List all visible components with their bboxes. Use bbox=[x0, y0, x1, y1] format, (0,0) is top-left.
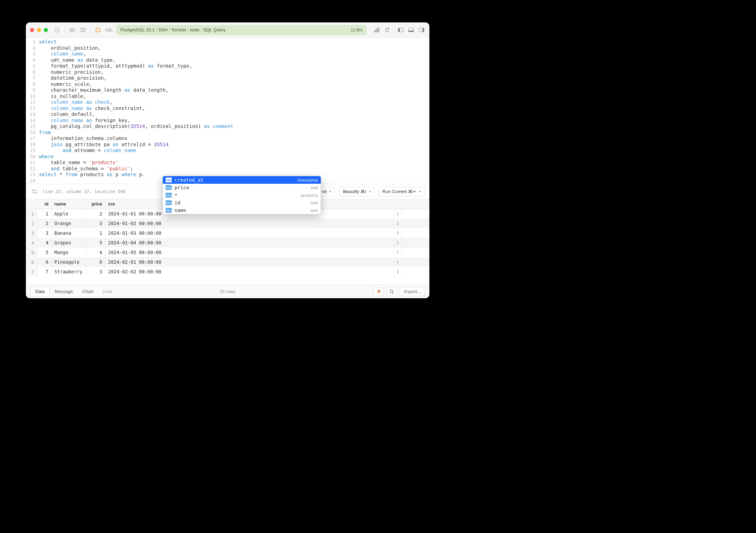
autocomplete-type: int4 bbox=[311, 185, 318, 190]
export-button[interactable]: Export... bbox=[400, 287, 425, 296]
svg-point-2 bbox=[71, 29, 73, 31]
svg-point-20 bbox=[33, 190, 34, 191]
chart-icon[interactable] bbox=[373, 26, 381, 34]
cell-id[interactable]: 2 bbox=[37, 219, 51, 228]
language-tag: SQL bbox=[105, 28, 113, 32]
beautify-button[interactable]: Beautify ⌘I ▾ bbox=[339, 187, 374, 197]
table-row[interactable]: 77Strawberry32024-02-02 00:00:00▲▼ bbox=[26, 267, 429, 276]
eye-icon[interactable] bbox=[68, 26, 76, 34]
status-circle-icon[interactable] bbox=[94, 26, 102, 34]
cell-name[interactable]: Pineapple bbox=[51, 257, 86, 267]
cell-name[interactable]: Grapes bbox=[51, 238, 86, 248]
svg-line-23 bbox=[392, 292, 394, 294]
cell-name[interactable]: Orange bbox=[51, 219, 86, 228]
table-row[interactable]: 66Pineapple62024-02-01 00:00:00▲▼ bbox=[26, 257, 429, 267]
svg-rect-13 bbox=[398, 28, 400, 32]
cell-name[interactable]: Strawberry bbox=[51, 267, 86, 276]
chevron-down-icon: ▾ bbox=[419, 190, 421, 193]
connection-chip[interactable]: PostgreSQL 15.1 : SSH : Toronto : tools … bbox=[117, 25, 366, 35]
settings-icon[interactable] bbox=[31, 188, 38, 195]
column-badge-icon: COL bbox=[166, 178, 172, 182]
autocomplete-item[interactable]: COL*products bbox=[163, 191, 321, 199]
table-row[interactable]: 22Orange32024-01-02 00:00:00▲▼ bbox=[26, 219, 429, 228]
autocomplete-type: text bbox=[311, 208, 318, 213]
cell-price[interactable]: 3 bbox=[86, 219, 105, 228]
autocomplete-item[interactable]: COLnametext bbox=[163, 207, 321, 214]
autocomplete-item[interactable]: COLidint4 bbox=[163, 199, 321, 207]
panel-left-icon[interactable] bbox=[397, 26, 405, 34]
stepper-icon[interactable]: ▲▼ bbox=[394, 228, 401, 238]
cell-id[interactable]: 4 bbox=[37, 238, 51, 248]
cursor-location: line 23, column 37, location 594 bbox=[42, 189, 126, 194]
stepper-icon[interactable]: ▲▼ bbox=[394, 257, 401, 267]
stepper-icon[interactable]: ▲▼ bbox=[394, 248, 401, 257]
cell-name[interactable]: Mango bbox=[51, 248, 86, 257]
cell-price[interactable]: 4 bbox=[86, 248, 105, 257]
table-row[interactable]: 55Mango42024-01-05 00:00:00▲▼ bbox=[26, 248, 429, 257]
column-badge-icon: COL bbox=[166, 200, 172, 205]
cell-id[interactable]: 7 bbox=[37, 267, 51, 276]
svg-rect-17 bbox=[422, 28, 424, 32]
column-header[interactable]: price bbox=[86, 199, 105, 209]
row-number: 5 bbox=[26, 248, 37, 257]
cell-price[interactable]: 2 bbox=[86, 209, 105, 219]
settings-lines-icon[interactable] bbox=[79, 26, 87, 34]
cell-price[interactable]: 3 bbox=[86, 267, 105, 276]
cell-created-at[interactable]: 2024-01-05 00:00:00 bbox=[105, 248, 394, 257]
cell-price[interactable]: 6 bbox=[86, 257, 105, 267]
svg-point-6 bbox=[81, 28, 82, 29]
results-tab-message[interactable]: Message bbox=[50, 287, 78, 296]
maximize-button[interactable] bbox=[44, 28, 48, 32]
table-row[interactable]: 44Grapes52024-01-04 00:00:00▲▼ bbox=[26, 238, 429, 248]
column-badge-icon: COL bbox=[166, 185, 172, 190]
close-button[interactable] bbox=[30, 28, 34, 32]
cell-name[interactable]: Banana bbox=[51, 228, 86, 238]
panel-right-icon[interactable] bbox=[418, 26, 425, 34]
results-tab-data[interactable]: Data bbox=[30, 287, 50, 296]
cell-id[interactable]: 5 bbox=[37, 248, 51, 257]
cell-created-at[interactable]: 2024-02-01 00:00:00 bbox=[105, 257, 394, 267]
cell-name[interactable]: Apple bbox=[51, 209, 86, 219]
bottom-bar: DataMessageChart 3 ms 16 rows Export... bbox=[26, 284, 429, 298]
stepper-icon[interactable]: ▲▼ bbox=[394, 238, 401, 248]
cell-created-at[interactable]: 2024-01-04 00:00:00 bbox=[105, 238, 394, 248]
column-badge-icon: COL bbox=[166, 208, 172, 213]
refresh-icon[interactable] bbox=[384, 26, 391, 34]
autocomplete-item[interactable]: COLpriceint4 bbox=[163, 184, 321, 191]
table-row[interactable]: 33Banana12024-01-03 00:00:00▲▼ bbox=[26, 228, 429, 238]
stop-icon[interactable] bbox=[53, 26, 61, 34]
cell-id[interactable]: 6 bbox=[37, 257, 51, 267]
cell-created-at[interactable]: 2024-01-02 00:00:00 bbox=[105, 219, 394, 228]
search-icon[interactable] bbox=[387, 287, 397, 296]
pin-icon[interactable] bbox=[374, 287, 384, 296]
cell-id[interactable]: 1 bbox=[37, 209, 51, 219]
row-number: 1 bbox=[26, 209, 37, 219]
cell-created-at[interactable]: 2024-01-03 00:00:00 bbox=[105, 228, 394, 238]
cell-created-at[interactable]: 2024-02-02 00:00:00 bbox=[105, 267, 394, 276]
code-area[interactable]: select ordinal_position, column_name, ud… bbox=[39, 39, 429, 184]
row-number: 6 bbox=[26, 257, 37, 267]
toolbar-right bbox=[373, 26, 425, 34]
minimize-button[interactable] bbox=[37, 28, 41, 32]
connection-rate: 11 B/s bbox=[351, 28, 362, 32]
chevron-down-icon: ▾ bbox=[329, 190, 331, 193]
row-count: 16 rows bbox=[220, 289, 236, 294]
autocomplete-popup[interactable]: COLcreated_attimestampCOLpriceint4COL*pr… bbox=[162, 176, 321, 214]
panel-bottom-icon[interactable] bbox=[407, 26, 415, 34]
stepper-icon[interactable]: ▲▼ bbox=[394, 219, 401, 228]
results-tab-chart[interactable]: Chart bbox=[78, 287, 98, 296]
run-button[interactable]: Run Current ⌘↵ ▾ bbox=[379, 187, 425, 197]
stepper-icon[interactable]: ▲▼ bbox=[394, 209, 401, 219]
autocomplete-item[interactable]: COLcreated_attimestamp bbox=[163, 176, 321, 184]
cell-price[interactable]: 5 bbox=[86, 238, 105, 248]
cell-id[interactable]: 3 bbox=[37, 228, 51, 238]
stepper-icon[interactable]: ▲▼ bbox=[394, 267, 401, 276]
svg-point-21 bbox=[35, 192, 36, 193]
separator bbox=[90, 27, 91, 33]
column-header[interactable]: name bbox=[51, 199, 86, 209]
column-header[interactable]: id bbox=[37, 199, 51, 209]
svg-point-22 bbox=[390, 290, 393, 293]
cell-price[interactable]: 1 bbox=[86, 228, 105, 238]
query-timing: 3 ms bbox=[102, 289, 112, 294]
sql-editor[interactable]: 123456789101112131415161718192021222324 … bbox=[26, 38, 429, 184]
